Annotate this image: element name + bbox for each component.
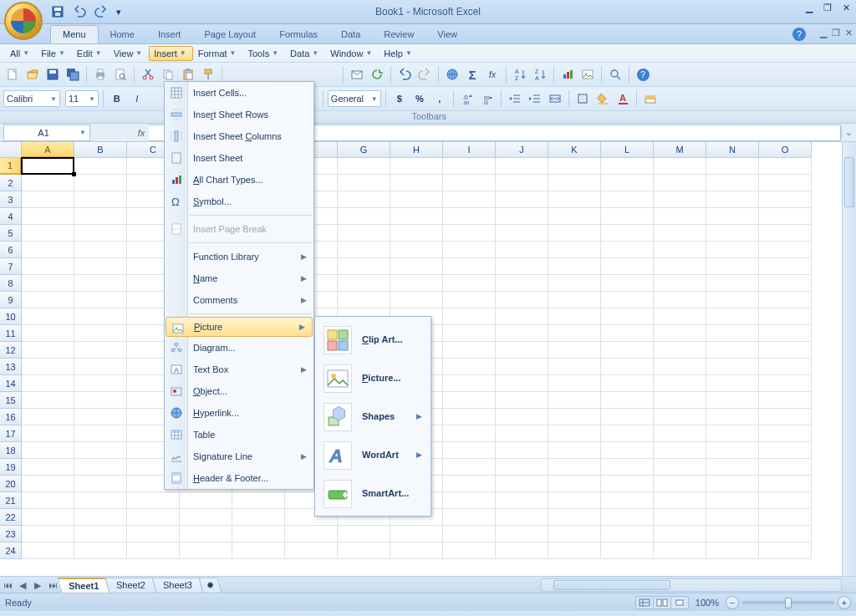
cell[interactable] (338, 191, 390, 208)
first-sheet-icon[interactable]: ⏮ (0, 578, 15, 593)
cell[interactable] (654, 509, 706, 526)
cell[interactable] (759, 409, 812, 425)
cell[interactable] (496, 308, 548, 325)
cell[interactable] (443, 509, 496, 526)
cell[interactable] (759, 476, 812, 492)
insert-menu-item[interactable]: Diagram... (165, 337, 313, 359)
cell[interactable] (548, 275, 601, 292)
insert-menu-item[interactable]: Table (165, 424, 313, 445)
cell[interactable] (548, 325, 601, 342)
dec-indent-icon[interactable] (506, 89, 524, 108)
select-all-corner[interactable] (0, 142, 22, 158)
cell[interactable] (601, 191, 654, 208)
cellstyles-icon[interactable] (641, 89, 660, 108)
comma-icon[interactable]: , (431, 89, 449, 108)
cell[interactable] (22, 425, 74, 442)
cell[interactable] (390, 526, 443, 542)
cell[interactable] (22, 191, 74, 208)
cell[interactable] (706, 492, 759, 509)
cell[interactable] (74, 526, 127, 542)
prev-sheet-icon[interactable]: ◀ (15, 578, 30, 593)
column-header[interactable]: N (706, 142, 759, 158)
cell[interactable] (706, 392, 759, 409)
cell[interactable] (443, 308, 496, 325)
cell[interactable] (759, 342, 812, 359)
cell[interactable] (759, 242, 812, 258)
row-header[interactable]: 13 (0, 359, 22, 375)
insert-menu-item[interactable]: Insert Sheet Rows (165, 104, 313, 125)
italic-button[interactable]: I (128, 89, 146, 108)
menu-insert[interactable]: Insert▼ (149, 46, 192, 61)
cell[interactable] (654, 459, 706, 476)
cell[interactable] (601, 375, 654, 392)
row-header[interactable]: 17 (0, 425, 22, 442)
cell[interactable] (601, 342, 654, 359)
mdi-restore[interactable]: ❐ (832, 28, 840, 38)
cell[interactable] (496, 208, 548, 225)
cell[interactable] (601, 409, 654, 425)
cell[interactable] (706, 509, 759, 526)
inc-indent-icon[interactable] (526, 89, 544, 108)
cell[interactable] (706, 242, 759, 258)
picture-tb-icon[interactable] (578, 65, 597, 84)
merge-icon[interactable] (546, 89, 564, 108)
cell[interactable] (496, 425, 548, 442)
cell[interactable] (706, 409, 759, 425)
cell[interactable] (338, 225, 390, 242)
cell[interactable] (548, 308, 601, 325)
cell[interactable] (285, 542, 338, 559)
open-icon[interactable] (23, 65, 42, 84)
column-header[interactable]: O (759, 142, 812, 158)
cell[interactable] (706, 308, 759, 325)
insert-menu-item[interactable]: Hyperlink... (165, 402, 313, 424)
cell[interactable] (706, 258, 759, 275)
cell[interactable] (654, 258, 706, 275)
ribbon-tab-insert[interactable]: Insert (146, 26, 193, 43)
insert-menu-item[interactable]: Signature Line▶ (165, 445, 313, 467)
font-name-combo[interactable]: ▼ (3, 90, 60, 107)
cell[interactable] (22, 459, 74, 476)
percent-icon[interactable]: % (410, 89, 429, 108)
cell[interactable] (22, 292, 74, 308)
zoom-out-button[interactable]: − (726, 596, 739, 609)
cell[interactable] (654, 275, 706, 292)
cell[interactable] (759, 225, 812, 242)
cell[interactable] (759, 509, 812, 526)
menu-data[interactable]: Data▼ (285, 46, 325, 61)
cell[interactable] (443, 275, 496, 292)
cell[interactable] (548, 375, 601, 392)
cell[interactable] (74, 292, 127, 308)
row-header[interactable]: 9 (0, 292, 22, 308)
cell[interactable] (496, 275, 548, 292)
cell[interactable] (654, 225, 706, 242)
cell[interactable] (601, 325, 654, 342)
row-header[interactable]: 5 (0, 225, 22, 242)
fontcolor-icon[interactable]: A (614, 89, 632, 108)
cell[interactable] (759, 258, 812, 275)
cell[interactable] (443, 242, 496, 258)
cell[interactable] (443, 208, 496, 225)
cell[interactable] (706, 225, 759, 242)
cell[interactable] (22, 225, 74, 242)
cell[interactable] (232, 509, 285, 526)
cell[interactable] (654, 292, 706, 308)
cell[interactable] (706, 359, 759, 375)
view-layout-icon[interactable] (653, 596, 671, 609)
cell[interactable] (22, 342, 74, 359)
cell[interactable] (654, 359, 706, 375)
horizontal-scrollbar[interactable] (541, 578, 842, 592)
ribbon-tab-formulas[interactable]: Formulas (268, 26, 329, 43)
cell[interactable] (601, 442, 654, 459)
cell[interactable] (706, 191, 759, 208)
cell[interactable] (548, 542, 601, 559)
cell[interactable] (654, 342, 706, 359)
cell[interactable] (706, 158, 759, 175)
zoom-icon[interactable] (606, 65, 624, 84)
menu-tools[interactable]: Tools▼ (242, 46, 285, 61)
minimize-button[interactable]: ▁ (802, 2, 816, 13)
cell[interactable] (548, 509, 601, 526)
cell[interactable] (338, 526, 390, 542)
column-header[interactable]: I (443, 142, 496, 158)
menu-edit[interactable]: Edit▼ (72, 46, 109, 61)
cell[interactable] (548, 158, 601, 175)
